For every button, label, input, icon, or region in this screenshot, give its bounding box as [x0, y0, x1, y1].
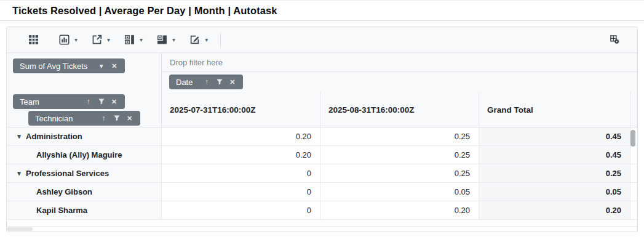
filter-icon[interactable]: [111, 113, 122, 124]
collapse-icon[interactable]: ▾: [12, 169, 26, 177]
row-label: Allyshia (Ally) Maguire: [36, 150, 122, 159]
columns-axis[interactable]: Date ↑ ✕: [162, 72, 637, 92]
export-icon[interactable]: [89, 32, 105, 48]
remove-icon[interactable]: ✕: [109, 97, 119, 107]
row-header-child[interactable]: Kapil Sharma: [7, 201, 162, 219]
rows-chip-team[interactable]: Team ↑ ✕: [13, 94, 125, 109]
sub-total-dropdown-icon[interactable]: ▾: [140, 32, 143, 48]
scroll-gutter: [630, 164, 637, 182]
remove-icon[interactable]: ✕: [109, 61, 119, 71]
filters-drop-zone[interactable]: Drop filter here: [162, 53, 637, 72]
grand-total-cell: 0.25: [479, 164, 630, 182]
row-label: Professional Services: [26, 169, 109, 178]
row-label: Administration: [26, 132, 82, 141]
grand-total-icon[interactable]: [154, 32, 170, 48]
grouping-bar: Sum of Avg Tickets ▼ ✕ Drop filter here …: [7, 53, 637, 92]
row-label: Ashley Gibson: [36, 187, 92, 196]
values-chip-label: Sum of Avg Tickets: [20, 62, 87, 71]
pivot-body: ▾Administration0.200.250.45Allyshia (All…: [7, 127, 637, 220]
rows-axis[interactable]: Team ↑ ✕ Technician ↑ ✕: [7, 92, 162, 127]
vertical-scrollbar-thumb[interactable]: [630, 130, 635, 147]
page-title: Tickets Resolved | Average Per Day | Mon…: [12, 5, 277, 17]
column-header: 2025-08-31T16:00:00Z: [320, 92, 479, 127]
value-cell: 0: [162, 201, 320, 219]
toolbar-separator: [220, 32, 221, 48]
row-label: Kapil Sharma: [36, 206, 87, 215]
value-cell: 0.20: [162, 127, 320, 145]
chart-view-dropdown-icon[interactable]: ▾: [74, 32, 78, 48]
table-row: Allyshia (Ally) Maguire0.200.250.45: [7, 146, 637, 164]
filter-icon[interactable]: [96, 97, 106, 107]
horizontal-scrollbar: [7, 226, 637, 232]
value-cell: 0.25: [320, 146, 479, 164]
pivot-widget: ▾ ▾ ▾ ▾ ▾ Sum of Avg Tickets ▼ ✕: [6, 26, 638, 232]
row-header-child[interactable]: Allyshia (Ally) Maguire: [7, 146, 162, 164]
rows-chip-label: Team: [20, 97, 81, 107]
table-row: Kapil Sharma00.200.20: [7, 201, 637, 220]
table-header-row: Team ↑ ✕ Technician ↑ ✕ 2025-07-31T16:00…: [7, 92, 637, 127]
column-header-grand-total: Grand Total: [479, 92, 630, 127]
grand-total-cell: 0.20: [479, 201, 630, 219]
grand-total-cell: 0.45: [479, 146, 630, 164]
sub-total-icon[interactable]: [121, 32, 137, 48]
table-row: ▾Professional Services00.250.25: [7, 164, 637, 183]
formatting-dropdown-icon[interactable]: ▾: [205, 32, 208, 48]
rows-chip-technician[interactable]: Technician ↑ ✕: [28, 111, 140, 126]
row-header-child[interactable]: Ashley Gibson: [7, 183, 162, 201]
pivot-toolbar: ▾ ▾ ▾ ▾ ▾: [7, 27, 637, 53]
chart-view-icon[interactable]: [56, 32, 72, 48]
collapse-icon[interactable]: ▾: [12, 132, 26, 140]
value-cell: 0.25: [320, 127, 479, 145]
title-bar: Tickets Resolved | Average Per Day | Mon…: [0, 1, 644, 21]
value-cell: 0.20: [320, 201, 479, 219]
chevron-down-icon[interactable]: ▼: [96, 61, 106, 71]
scroll-gutter: [630, 183, 637, 201]
grand-total-dropdown-icon[interactable]: ▾: [172, 32, 175, 48]
values-axis[interactable]: Sum of Avg Tickets ▼ ✕: [7, 53, 162, 92]
column-header: 2025-07-31T16:00:00Z: [162, 92, 320, 127]
columns-chip[interactable]: Date ↑ ✕: [169, 75, 243, 89]
sort-icon[interactable]: ↑: [201, 77, 212, 87]
scroll-gutter: [630, 146, 637, 164]
sort-icon[interactable]: ↑: [98, 113, 109, 124]
row-header-parent[interactable]: ▾Administration: [7, 127, 162, 145]
field-list-icon[interactable]: [606, 32, 622, 48]
row-header-parent[interactable]: ▾Professional Services: [7, 164, 162, 182]
grand-total-cell: 0.45: [479, 127, 630, 145]
filter-icon[interactable]: [214, 77, 225, 87]
horizontal-scrollbar-thumb[interactable]: [7, 227, 33, 231]
table-row: Ashley Gibson00.050.05: [7, 183, 637, 201]
table-row: ▾Administration0.200.250.45: [7, 127, 637, 146]
scroll-gutter: [630, 92, 638, 127]
grid-view-icon[interactable]: [25, 32, 41, 48]
filters-drop-label: Drop filter here: [170, 58, 223, 67]
value-cell: 0.25: [320, 164, 479, 182]
remove-icon[interactable]: ✕: [124, 113, 135, 124]
value-cell: 0.20: [162, 146, 320, 164]
formatting-icon[interactable]: [186, 32, 202, 48]
export-dropdown-icon[interactable]: ▾: [107, 32, 110, 48]
sort-icon[interactable]: ↑: [83, 97, 93, 107]
scroll-gutter: [630, 201, 637, 219]
value-cell: 0: [162, 183, 320, 201]
grand-total-cell: 0.05: [479, 183, 630, 201]
value-cell: 0: [162, 164, 320, 182]
values-chip[interactable]: Sum of Avg Tickets ▼ ✕: [13, 58, 125, 73]
columns-chip-label: Date: [176, 78, 193, 87]
remove-icon[interactable]: ✕: [227, 77, 237, 87]
rows-chip-label: Technician: [35, 114, 96, 123]
value-cell: 0.05: [320, 183, 479, 201]
